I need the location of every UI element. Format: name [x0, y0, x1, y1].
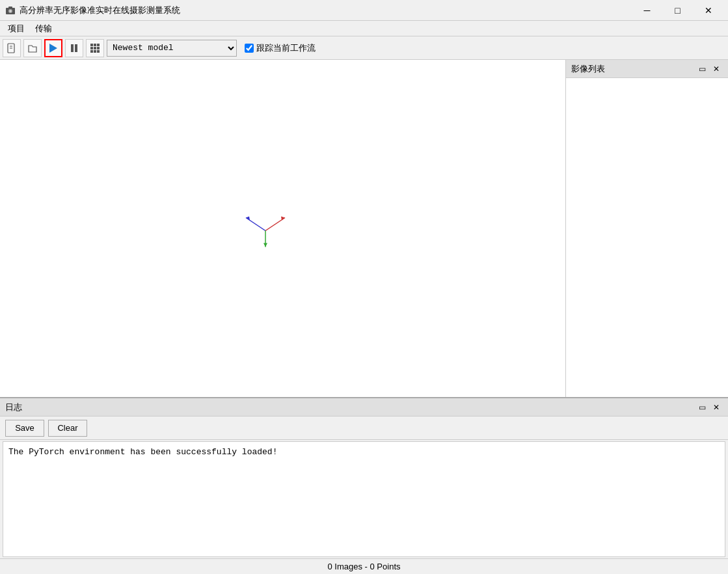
- svg-point-3: [10, 10, 12, 12]
- window-controls: ─ □ ✕: [632, 1, 723, 20]
- log-title-bar: 日志 ▭ ✕: [0, 398, 728, 417]
- log-title: 日志: [5, 402, 695, 413]
- open-button[interactable]: [23, 39, 42, 57]
- minimize-button[interactable]: ─: [632, 1, 662, 20]
- menu-bar: 项目 传输: [0, 21, 728, 36]
- track-workflow-label[interactable]: 跟踪当前工作流: [245, 42, 316, 54]
- panel-title: 影像列表: [571, 63, 695, 75]
- maximize-button[interactable]: □: [663, 1, 692, 20]
- grid-button[interactable]: [86, 39, 104, 57]
- panel-restore-button[interactable]: ▭: [695, 62, 708, 75]
- status-bar: 0 Images - 0 Points: [0, 558, 728, 574]
- clear-button[interactable]: Clear: [48, 420, 87, 437]
- menu-transfer[interactable]: 传输: [30, 21, 57, 36]
- toolbar: Newest model 跟踪当前工作流: [0, 36, 728, 60]
- viewport[interactable]: [0, 60, 565, 397]
- svg-marker-12: [263, 243, 267, 247]
- right-panel: 影像列表 ▭ ✕: [565, 60, 728, 397]
- new-button[interactable]: [3, 39, 21, 57]
- close-button[interactable]: ✕: [694, 1, 723, 20]
- log-content[interactable]: The PyTorch environment has been success…: [3, 441, 725, 557]
- log-text: The PyTorch environment has been success…: [8, 447, 720, 457]
- panel-controls: ▭ ✕: [695, 62, 723, 75]
- save-button[interactable]: Save: [5, 420, 44, 437]
- main-area: 影像列表 ▭ ✕: [0, 60, 728, 397]
- track-workflow-text: 跟踪当前工作流: [256, 42, 316, 54]
- panel-close-button[interactable]: ✕: [710, 62, 723, 75]
- grid-icon: [90, 44, 100, 53]
- axes-indicator: [233, 195, 298, 262]
- track-workflow-checkbox[interactable]: [245, 44, 254, 53]
- log-toolbar: Save Clear: [0, 417, 728, 440]
- image-list-content: [566, 78, 728, 397]
- log-close-button[interactable]: ✕: [710, 401, 723, 414]
- menu-project[interactable]: 项目: [3, 21, 30, 36]
- app-title: 高分辨率无序影像准实时在线摄影测量系统: [20, 5, 632, 16]
- app-icon: [5, 5, 16, 16]
- panel-title-bar: 影像列表 ▭ ✕: [566, 60, 728, 78]
- play-button[interactable]: [44, 39, 62, 57]
- log-section: 日志 ▭ ✕ Save Clear The PyTorch environmen…: [0, 397, 728, 558]
- log-restore-button[interactable]: ▭: [695, 401, 708, 414]
- status-text: 0 Images - 0 Points: [328, 562, 401, 571]
- model-dropdown[interactable]: Newest model: [107, 40, 237, 57]
- viewport-canvas: [0, 60, 565, 397]
- svg-rect-2: [8, 7, 12, 8]
- pause-icon: [71, 44, 77, 52]
- axes-svg: [233, 195, 298, 260]
- pause-button[interactable]: [65, 39, 83, 57]
- log-panel-controls: ▭ ✕: [695, 401, 723, 414]
- title-bar: 高分辨率无序影像准实时在线摄影测量系统 ─ □ ✕: [0, 0, 728, 21]
- play-icon: [49, 44, 57, 53]
